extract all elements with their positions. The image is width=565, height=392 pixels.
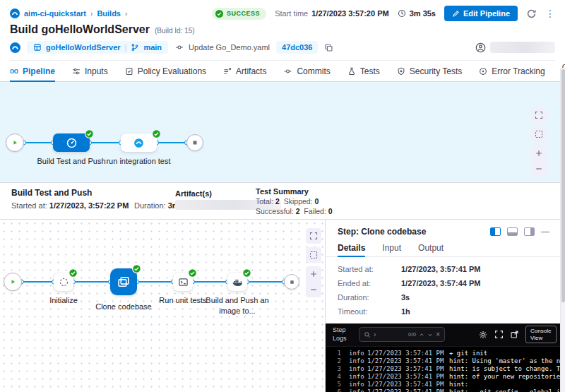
- scrollbar-thumb[interactable]: [561, 69, 565, 302]
- clear-search-icon[interactable]: ×: [436, 331, 440, 338]
- layout-bottom-view-icon[interactable]: [507, 227, 518, 236]
- marquee-select-button[interactable]: [531, 126, 547, 142]
- tab-tests[interactable]: Tests: [347, 61, 380, 81]
- step-label[interactable]: Clone codebase: [88, 302, 159, 312]
- breadcrumb-builds[interactable]: Builds: [97, 9, 121, 18]
- connector-line: [73, 281, 110, 283]
- step-graph-canvas[interactable]: Initialize Clone codebase Run unit tests…: [0, 220, 325, 392]
- target-icon: [479, 67, 487, 76]
- page-scrollbar[interactable]: [560, 68, 565, 392]
- stage-end-node[interactable]: [284, 274, 299, 290]
- zoom-out-button[interactable]: [306, 282, 321, 297]
- chevron-down-icon[interactable]: [427, 332, 433, 338]
- field-label: Duration:: [338, 293, 401, 302]
- layout-split-view-icon[interactable]: [490, 227, 501, 236]
- stage-start-node[interactable]: [4, 273, 22, 291]
- search-match-count: 0/0: [408, 331, 416, 338]
- fullscreen-button[interactable]: [306, 228, 321, 244]
- tab-security-tests[interactable]: Security Tests: [397, 61, 462, 81]
- log-line: 4info1/27/2023 3:57:41 PMhint: of your n…: [331, 373, 565, 381]
- stage-label[interactable]: run integration test: [104, 156, 173, 167]
- tab-error-tracking[interactable]: Error Tracking: [479, 61, 545, 81]
- terminal-icon: [178, 277, 189, 287]
- repo-branch-pill[interactable]: goHelloWorldServer | main: [27, 41, 168, 54]
- tab-inputs[interactable]: Inputs: [72, 61, 108, 81]
- refresh-button[interactable]: [526, 8, 537, 19]
- commit-sha[interactable]: 47dc036: [276, 41, 318, 54]
- page-title: Build goHelloWorldServer: [10, 23, 150, 36]
- harness-logo-icon: [10, 8, 20, 18]
- docker-icon: [232, 276, 243, 287]
- pipeline-start-node[interactable]: [6, 133, 24, 152]
- tab-input[interactable]: Input: [382, 240, 401, 256]
- tab-policy-evaluations[interactable]: Policy Evaluations: [125, 61, 206, 81]
- step-label[interactable]: Build and Push an image to...: [203, 295, 271, 316]
- stage-graph-canvas[interactable]: Build Test and Push run integration test: [0, 82, 565, 182]
- marquee-select-button[interactable]: [306, 247, 321, 263]
- stage-label[interactable]: Build Test and Push: [36, 156, 107, 167]
- artifacts-icon: [223, 67, 232, 76]
- custom-stage-icon: [133, 137, 145, 149]
- step-logs-title: Step Logs: [333, 326, 352, 343]
- log-line: 5info1/27/2023 3:57:41 PMhint:: [331, 381, 565, 388]
- console-view-button[interactable]: Console View: [525, 326, 557, 343]
- repository-icon: [33, 43, 42, 52]
- stage-node-run-integration-test[interactable]: [121, 133, 157, 152]
- tab-pipeline[interactable]: Pipeline: [10, 61, 55, 81]
- success-badge-icon: [132, 264, 141, 273]
- zoom-in-button[interactable]: [306, 266, 321, 282]
- field-label: Timeout:: [338, 307, 401, 316]
- zoom-out-button[interactable]: [531, 161, 547, 177]
- stage-details-title: Build Test and Push: [11, 188, 92, 198]
- step-node-run-unit-tests[interactable]: [173, 273, 193, 291]
- tab-details[interactable]: Details: [338, 240, 365, 256]
- log-line: 3info1/27/2023 3:57:41 PMhint: is subjec…: [331, 365, 565, 373]
- log-settings-gear-icon[interactable]: [478, 330, 488, 340]
- search-icon: [364, 331, 371, 338]
- connector-line: [157, 142, 186, 143]
- step-node-clone-codebase[interactable]: [110, 268, 137, 295]
- status-label: SUCCESS: [227, 10, 260, 17]
- more-options-button[interactable]: ⋮: [545, 8, 555, 18]
- pipeline-end-node[interactable]: [186, 134, 203, 151]
- open-in-new-icon[interactable]: [510, 330, 519, 339]
- stop-icon: [191, 139, 198, 146]
- log-lines[interactable]: 1info1/27/2023 3:57:41 PM+ git init 2inf…: [326, 347, 565, 392]
- inputs-icon: [72, 67, 81, 76]
- play-icon: [8, 278, 17, 286]
- page-header: aim-ci-quickstart › Builds › SUCCESS Sta…: [0, 0, 565, 61]
- chevron-up-icon[interactable]: [419, 332, 424, 338]
- tab-artifacts[interactable]: Artifacts: [223, 61, 266, 81]
- field-value: 1/27/2023, 3:57:44 PM: [401, 279, 553, 287]
- step-node-build-and-push[interactable]: [227, 273, 247, 291]
- flask-icon: [347, 67, 356, 76]
- zoom-in-button[interactable]: [531, 145, 547, 161]
- log-fullscreen-icon[interactable]: [494, 330, 504, 339]
- breadcrumb: aim-ci-quickstart › Builds ›: [10, 8, 127, 18]
- step-label[interactable]: Initialize: [35, 295, 92, 306]
- success-badge-icon: [242, 268, 251, 278]
- field-value: 1/27/2023, 3:57:41 PM: [401, 265, 553, 273]
- connector-line: [90, 142, 121, 143]
- field-value: 1h: [401, 307, 553, 316]
- field-label: Ended at:: [338, 279, 401, 287]
- edit-pipeline-button[interactable]: Edit Pipeline: [444, 6, 518, 21]
- log-search-box[interactable]: › 0/0 ×: [359, 327, 445, 342]
- field-label: Started at:: [338, 265, 401, 273]
- step-node-initialize[interactable]: [54, 273, 73, 291]
- success-badge-icon: [188, 268, 197, 278]
- tab-commits[interactable]: Commits: [283, 61, 330, 81]
- fullscreen-button[interactable]: [531, 107, 547, 123]
- success-badge-icon: [152, 129, 161, 138]
- stage-node-build-test-and-push[interactable]: [53, 133, 90, 152]
- layout-right-view-icon[interactable]: [524, 227, 535, 236]
- copy-icon[interactable]: [324, 43, 333, 52]
- tab-output[interactable]: Output: [418, 240, 444, 256]
- breadcrumb-project[interactable]: aim-ci-quickstart: [24, 9, 86, 18]
- stage-started-at: Started at: 1/27/2023, 3:57:22 PM: [11, 201, 129, 210]
- policy-check-icon: [125, 67, 133, 76]
- success-badge-icon: [85, 129, 94, 138]
- minimize-panel-icon[interactable]: —: [541, 227, 549, 237]
- build-tabbar: Pipeline Inputs Policy Evaluations Artif…: [0, 61, 565, 82]
- build-page: aim-ci-quickstart › Builds › SUCCESS Sta…: [0, 0, 565, 392]
